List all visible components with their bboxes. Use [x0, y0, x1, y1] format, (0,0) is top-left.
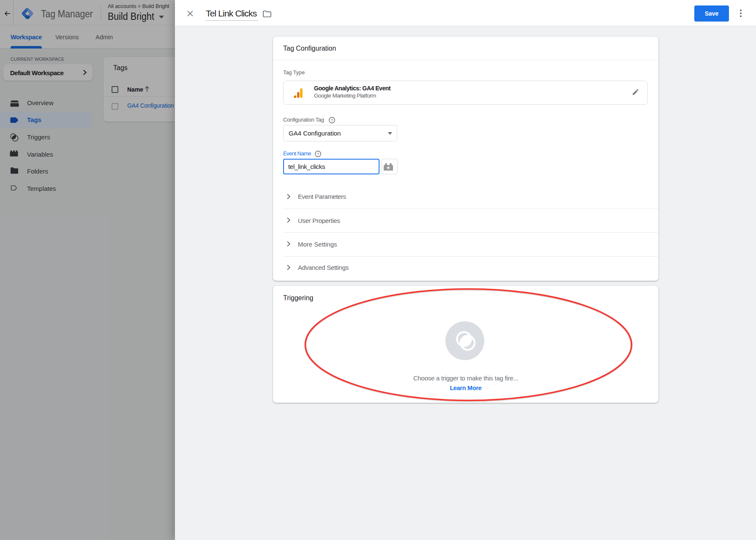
- svg-text:?: ?: [331, 118, 333, 122]
- svg-text:?: ?: [317, 152, 319, 156]
